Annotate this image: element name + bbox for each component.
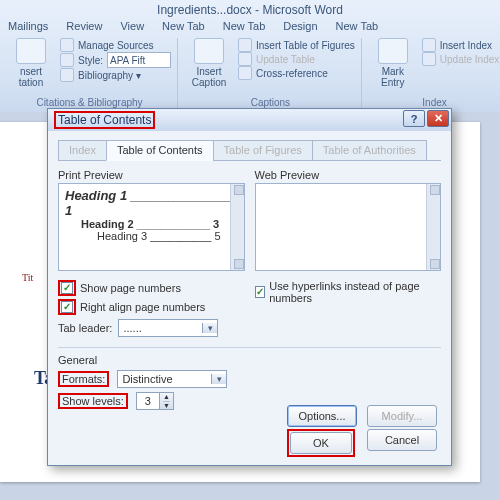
tab-toa[interactable]: Table of Authorities bbox=[312, 140, 427, 161]
chevron-down-icon bbox=[211, 374, 226, 384]
chevron-down-icon bbox=[202, 323, 217, 333]
tab-tof[interactable]: Table of Figures bbox=[213, 140, 313, 161]
insert-index-button[interactable]: Insert Index bbox=[422, 38, 500, 52]
sample-h1: Heading 1 ______________ 1 bbox=[65, 188, 238, 218]
print-preview-label: Print Preview bbox=[58, 169, 245, 181]
bibliography-icon bbox=[60, 68, 74, 82]
tab-index[interactable]: Index bbox=[58, 140, 107, 161]
citation-icon bbox=[16, 38, 46, 64]
right-align-label: Right align page numbers bbox=[80, 301, 205, 313]
group-label-captions: Captions bbox=[186, 97, 355, 108]
cancel-button[interactable]: Cancel bbox=[367, 429, 437, 451]
tab-toc[interactable]: Table of Contents bbox=[106, 140, 214, 161]
tab-design[interactable]: Design bbox=[281, 18, 319, 34]
sample-h2: Heading 2 ____________ 3 bbox=[81, 218, 238, 230]
tof-icon bbox=[238, 38, 252, 52]
insert-citation-button[interactable]: nsert tation bbox=[8, 38, 54, 88]
group-label-index: Index bbox=[370, 97, 500, 108]
ribbon: Ingredients...docx - Microsoft Word Mail… bbox=[0, 0, 500, 112]
right-align-checkbox[interactable] bbox=[61, 301, 73, 313]
page-text-1: Tit bbox=[22, 272, 33, 283]
tab-new2[interactable]: New Tab bbox=[221, 18, 268, 34]
tab-new3[interactable]: New Tab bbox=[334, 18, 381, 34]
update-index-label: Update Index bbox=[440, 54, 500, 65]
spin-up-icon[interactable]: ▲ bbox=[163, 393, 170, 402]
mark-entry-icon bbox=[378, 38, 408, 64]
ribbon-tabs: Mailings Review View New Tab New Tab Des… bbox=[0, 18, 500, 34]
formats-label: Formats: bbox=[58, 371, 109, 387]
tab-leader-value: ...... bbox=[119, 322, 145, 334]
insert-tof-button[interactable]: Insert Table of Figures bbox=[238, 38, 355, 52]
ok-button[interactable]: OK bbox=[290, 432, 352, 454]
options-button[interactable]: Options... bbox=[287, 405, 357, 427]
dialog-title: Table of Contents bbox=[54, 111, 155, 129]
print-preview-box: Heading 1 ______________ 1 Heading 2 ___… bbox=[58, 183, 245, 271]
index-icon bbox=[422, 38, 436, 52]
scrollbar[interactable] bbox=[230, 184, 244, 270]
window-title: Ingredients...docx - Microsoft Word bbox=[0, 0, 500, 18]
show-page-numbers-checkbox[interactable] bbox=[61, 282, 73, 294]
tab-leader-combo[interactable]: ...... bbox=[118, 319, 218, 337]
group-index: Mark Entry Insert Index Update Index Ind… bbox=[364, 38, 500, 110]
update-index-button[interactable]: Update Index bbox=[422, 52, 500, 66]
insert-citation-label: nsert tation bbox=[8, 66, 54, 88]
tab-leader-label: Tab leader: bbox=[58, 322, 112, 334]
modify-button: Modify... bbox=[367, 405, 437, 427]
help-button[interactable]: ? bbox=[403, 110, 425, 127]
show-page-numbers-label: Show page numbers bbox=[80, 282, 181, 294]
caption-icon bbox=[194, 38, 224, 64]
bibliography-label: Bibliography ▾ bbox=[78, 70, 141, 81]
insert-index-label: Insert Index bbox=[440, 40, 492, 51]
style-label: Style: bbox=[78, 55, 103, 66]
tab-mailings[interactable]: Mailings bbox=[6, 18, 50, 34]
close-button[interactable]: ✕ bbox=[427, 110, 449, 127]
manage-sources-label: Manage Sources bbox=[78, 40, 154, 51]
update-table-label: Update Table bbox=[256, 54, 315, 65]
update-icon bbox=[238, 52, 252, 66]
book-icon bbox=[60, 38, 74, 52]
update-table-button[interactable]: Update Table bbox=[238, 52, 355, 66]
general-label: General bbox=[58, 354, 441, 366]
manage-sources-button[interactable]: Manage Sources bbox=[60, 38, 171, 52]
show-levels-value: 3 bbox=[137, 393, 159, 409]
crossref-icon bbox=[238, 66, 252, 80]
formats-combo[interactable]: Distinctive bbox=[117, 370, 227, 388]
mark-entry-button[interactable]: Mark Entry bbox=[370, 38, 416, 88]
group-label-citations: Citations & Bibliography bbox=[8, 97, 171, 108]
web-preview-label: Web Preview bbox=[255, 169, 442, 181]
style-combo[interactable]: APA Fift bbox=[107, 52, 171, 68]
crossref-label: Cross-reference bbox=[256, 68, 328, 79]
insert-caption-button[interactable]: Insert Caption bbox=[186, 38, 232, 88]
toc-dialog: Table of Contents ? ✕ Index Table of Con… bbox=[47, 108, 452, 466]
tab-review[interactable]: Review bbox=[64, 18, 104, 34]
show-levels-label: Show levels: bbox=[58, 393, 128, 409]
style-value: APA Fift bbox=[110, 55, 145, 66]
group-captions: Insert Caption Insert Table of Figures U… bbox=[180, 38, 362, 110]
group-citations: nsert tation Manage Sources Style:APA Fi… bbox=[2, 38, 178, 110]
style-icon bbox=[60, 53, 74, 67]
update-index-icon bbox=[422, 52, 436, 66]
scrollbar-web[interactable] bbox=[426, 184, 440, 270]
show-levels-spinner[interactable]: 3 ▲▼ bbox=[136, 392, 174, 410]
bibliography-button[interactable]: Bibliography ▾ bbox=[60, 68, 171, 82]
tab-new1[interactable]: New Tab bbox=[160, 18, 207, 34]
mark-entry-label: Mark Entry bbox=[370, 66, 416, 88]
spin-down-icon[interactable]: ▼ bbox=[163, 402, 170, 410]
cross-reference-button[interactable]: Cross-reference bbox=[238, 66, 355, 80]
tab-view[interactable]: View bbox=[118, 18, 146, 34]
formats-value: Distinctive bbox=[118, 373, 176, 385]
use-hyperlinks-checkbox[interactable] bbox=[255, 286, 266, 298]
dialog-titlebar: Table of Contents ? ✕ bbox=[48, 109, 451, 131]
tof-label: Insert Table of Figures bbox=[256, 40, 355, 51]
insert-caption-label: Insert Caption bbox=[186, 66, 232, 88]
use-hyperlinks-label: Use hyperlinks instead of page numbers bbox=[269, 280, 441, 304]
dialog-tabs: Index Table of Contents Table of Figures… bbox=[58, 139, 441, 161]
sample-h3: Heading 3 __________ 5 bbox=[97, 230, 238, 242]
web-preview-box bbox=[255, 183, 442, 271]
